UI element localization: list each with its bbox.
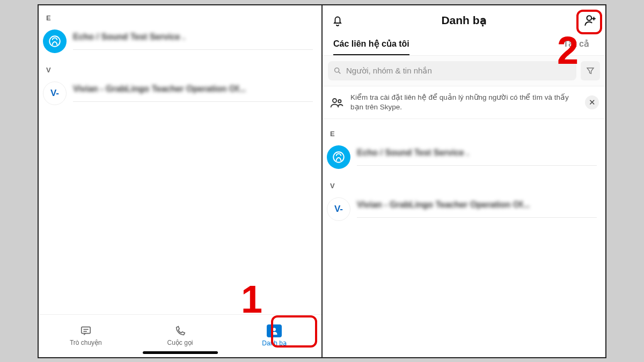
avatar-icon bbox=[43, 29, 67, 53]
subtab-my-contacts[interactable]: Các liên hệ của tôi bbox=[333, 39, 409, 55]
avatar-letter: V- bbox=[43, 82, 67, 105]
avatar-icon bbox=[327, 145, 350, 169]
close-icon[interactable]: ✕ bbox=[585, 95, 599, 109]
callout-number: 1 bbox=[241, 280, 262, 319]
svg-rect-1 bbox=[82, 327, 91, 334]
callout-highlight bbox=[271, 315, 317, 348]
section-header: V bbox=[39, 63, 321, 76]
search-placeholder: Người, nhóm & tin nhắn bbox=[346, 66, 432, 76]
contact-name: Echo / Sound Test Service . bbox=[357, 148, 597, 158]
settings-notice: Kiểm tra cài đặt liên hệ để quản lý nhữn… bbox=[323, 86, 605, 119]
svg-point-8 bbox=[335, 68, 339, 72]
contact-name: Vivian - GrabLingo Teacher Operation Of.… bbox=[357, 200, 597, 210]
header: Danh bạ bbox=[323, 5, 605, 32]
phone-screen-left: E Echo / Sound Test Service . V V- Vivia… bbox=[38, 4, 322, 358]
contact-name: Echo / Sound Test Service . bbox=[73, 32, 313, 42]
section-header: E bbox=[39, 11, 321, 24]
section-header: E bbox=[323, 127, 605, 140]
tab-label: Trò chuyện bbox=[70, 339, 102, 346]
callout-number: 2 bbox=[557, 31, 579, 70]
phone-screen-right: Danh bạ Các liên hệ của tôi Tất cả Người… bbox=[322, 4, 606, 358]
tab-chat[interactable]: Trò chuyện bbox=[39, 315, 133, 357]
search-input[interactable]: Người, nhóm & tin nhắn bbox=[328, 61, 576, 80]
page-title: Danh bạ bbox=[441, 14, 486, 27]
svg-line-9 bbox=[339, 72, 340, 73]
callout-highlight bbox=[576, 10, 602, 34]
home-indicator bbox=[143, 351, 218, 354]
tab-label: Cuộc gọi bbox=[167, 339, 193, 346]
contact-row[interactable]: V- Vivian - GrabLingo Teacher Operation … bbox=[323, 192, 605, 226]
people-icon bbox=[329, 95, 344, 110]
contact-name: Vivian - GrabLingo Teacher Operation Of.… bbox=[73, 84, 313, 94]
notice-text: Kiểm tra cài đặt liên hệ để quản lý nhữn… bbox=[350, 93, 579, 112]
svg-point-10 bbox=[333, 99, 336, 102]
section-header: V bbox=[323, 179, 605, 192]
contact-row[interactable]: Echo / Sound Test Service . bbox=[39, 24, 321, 58]
svg-point-11 bbox=[338, 100, 341, 102]
avatar-letter: V- bbox=[327, 197, 350, 221]
contact-row[interactable]: V- Vivian - GrabLingo Teacher Operation … bbox=[39, 76, 321, 110]
notifications-icon[interactable] bbox=[330, 13, 345, 28]
filter-button[interactable] bbox=[581, 61, 600, 80]
contact-row[interactable]: Echo / Sound Test Service . bbox=[323, 140, 605, 174]
